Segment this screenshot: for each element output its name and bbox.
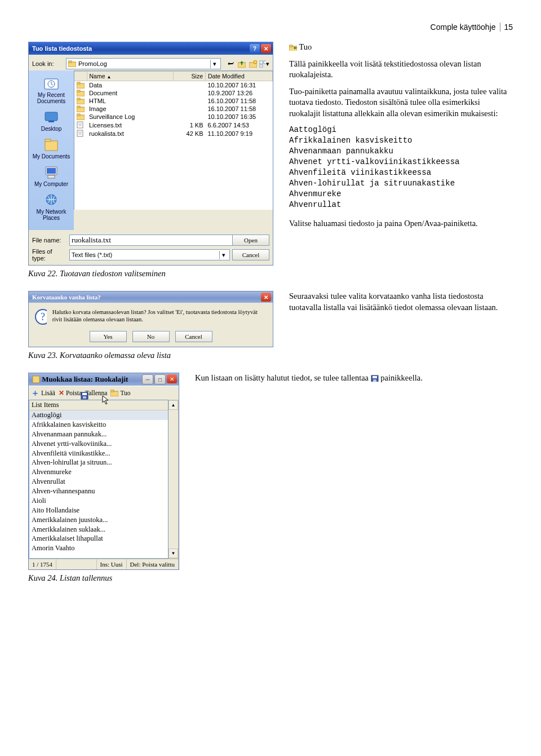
import-folder-icon xyxy=(289,44,297,51)
add-button[interactable]: ＋Lisää xyxy=(31,388,55,399)
dialog-titlebar: Tuo lista tiedostosta ? ✕ xyxy=(29,42,273,55)
save-button[interactable]: Tallenna xyxy=(85,390,107,396)
scrollbar[interactable]: ▲ ▼ xyxy=(168,400,179,559)
col-size[interactable]: Size xyxy=(174,72,206,81)
list-item[interactable]: Aattoglögi xyxy=(29,410,168,420)
file-row[interactable]: Image16.10.2007 11:58 xyxy=(74,105,273,113)
delete-button[interactable]: ✕Poista xyxy=(59,389,82,397)
list-editor-window: Muokkaa listaa: Ruokalajit ─ □ ✕ ＋Lisää … xyxy=(28,373,179,570)
help-button[interactable]: ? xyxy=(250,44,260,53)
cursor-icon xyxy=(102,395,110,405)
edit-title: Muokkaa listaa: Ruokalajit xyxy=(42,375,128,383)
list-items[interactable]: List Items AattoglögiAfrikkalainen kasvi… xyxy=(29,400,168,559)
list-item[interactable]: Ahvenfileitä viinikastikke... xyxy=(29,449,168,458)
close-button[interactable]: ✕ xyxy=(261,293,271,302)
minimize-button[interactable]: ─ xyxy=(142,374,153,384)
col-name[interactable]: Name ▲ xyxy=(87,72,174,81)
cancel-button[interactable]: Cancel xyxy=(175,331,212,342)
file-row[interactable]: Surveillance Log10.10.2007 16:35 xyxy=(74,113,273,121)
file-row[interactable]: Document10.9.2007 13:26 xyxy=(74,89,273,97)
status-bar: 1 / 1754 Ins: Uusi Del: Poista valittu xyxy=(29,559,179,569)
svg-rect-42 xyxy=(373,379,376,382)
svg-rect-7 xyxy=(260,65,263,67)
svg-rect-12 xyxy=(45,141,57,151)
figure-caption: Kuva 23. Korvataanko olemassa oleva list… xyxy=(28,351,273,360)
places-recent[interactable]: My Recent Documents xyxy=(29,76,74,104)
file-row[interactable]: ruokalista.txt42 KB11.10.2007 9:19 xyxy=(74,129,273,138)
close-button[interactable]: ✕ xyxy=(261,44,271,53)
svg-rect-37 xyxy=(83,396,86,399)
up-folder-icon[interactable] xyxy=(237,59,247,69)
list-item[interactable]: Amerikkalaiset lihapullat xyxy=(29,534,168,543)
list-item[interactable]: Aito Hollandaise xyxy=(29,506,168,515)
yes-button[interactable]: Yes xyxy=(90,331,127,342)
dialog-title: Tuo lista tiedostosta xyxy=(32,45,92,52)
list-item[interactable]: Afrikkalainen kasviskeitto xyxy=(29,420,168,430)
list-item[interactable]: Amerikkalainen suklaak... xyxy=(29,525,168,534)
figure-caption: Kuva 24. Listan tallennus xyxy=(28,573,179,583)
scroll-up-icon[interactable]: ▲ xyxy=(168,400,178,410)
scroll-down-icon[interactable]: ▼ xyxy=(168,549,178,558)
list-item[interactable]: Ahvenmureke xyxy=(29,467,168,477)
cancel-button[interactable]: Cancel xyxy=(232,249,269,260)
confirm-text: Halutko korvata olemassaolevan listan? J… xyxy=(52,308,267,323)
svg-rect-1 xyxy=(68,61,72,63)
svg-rect-41 xyxy=(373,376,377,378)
import-folder-icon xyxy=(110,390,118,396)
filetype-combo[interactable]: Text files (*.txt)▾ xyxy=(69,249,230,260)
para: Seuraavaksi tulee valita korvataanko van… xyxy=(289,291,513,313)
back-icon[interactable]: ⮨ xyxy=(225,59,236,69)
list-item[interactable]: Ahvenanmaan pannukak... xyxy=(29,430,168,439)
list-item[interactable]: Ahven-lohirullat ja sitruun... xyxy=(29,458,168,467)
confirm-title: Korvataanko vanha lista? xyxy=(32,294,101,300)
no-button[interactable]: No xyxy=(132,331,170,342)
status-del: Del: Poista valittu xyxy=(127,559,179,569)
file-list[interactable]: Name ▲ Size Date Modified Data10.10.2007… xyxy=(74,70,273,210)
lookin-label: Look in: xyxy=(32,60,64,67)
places-network[interactable]: My Network Places xyxy=(29,193,74,221)
page-header: Comple käyttöohje 15 xyxy=(28,23,513,32)
open-button[interactable]: Open xyxy=(232,235,269,246)
svg-rect-13 xyxy=(45,139,51,142)
svg-rect-36 xyxy=(82,393,87,395)
svg-rect-31 xyxy=(289,45,292,47)
list-item[interactable]: Ahvenrullat xyxy=(29,477,168,487)
list-item[interactable]: Ahven-vihannespannu xyxy=(29,487,168,496)
filename-input[interactable] xyxy=(69,235,234,246)
col-date[interactable]: Date Modified xyxy=(206,72,273,81)
save-icon xyxy=(81,392,88,400)
status-ins: Ins: Uusi xyxy=(97,559,127,569)
file-row[interactable]: Data10.10.2007 16:31 xyxy=(74,81,273,90)
file-row[interactable]: HTML16.10.2007 11:58 xyxy=(74,97,273,105)
list-item[interactable]: Amerikkalainen juustoka... xyxy=(29,515,168,525)
import-button[interactable]: Tuo xyxy=(110,390,130,396)
list-item[interactable]: Ahvenet yrtti-valkoviinika... xyxy=(29,439,168,449)
places-mydocs[interactable]: My Documents xyxy=(29,138,74,160)
places-desktop[interactable]: Desktop xyxy=(29,110,74,132)
section-heading: Tuo xyxy=(299,42,312,51)
para: Kun listaan on lisätty halutut tiedot, s… xyxy=(195,373,513,384)
filetype-label: Files of type: xyxy=(32,248,67,262)
maximize-button[interactable]: □ xyxy=(154,374,166,384)
lookin-value: PromoLog xyxy=(78,60,107,67)
confirm-dialog: Korvataanko vanha lista? ✕ ? Halutko kor… xyxy=(28,291,273,347)
places-mycomputer[interactable]: My Computer xyxy=(29,165,74,187)
svg-rect-21 xyxy=(77,90,80,92)
close-button[interactable]: ✕ xyxy=(167,374,177,383)
list-item[interactable]: Aioli xyxy=(29,496,168,506)
lookin-combo[interactable]: PromoLog ▾ xyxy=(66,58,221,69)
save-icon xyxy=(371,375,379,382)
chevron-down-icon: ▾ xyxy=(210,60,219,68)
views-icon[interactable]: ▾ xyxy=(259,59,269,69)
places-bar: My Recent Documents Desktop My Documents… xyxy=(29,70,74,230)
svg-rect-16 xyxy=(48,175,55,178)
svg-rect-27 xyxy=(77,114,80,116)
svg-rect-25 xyxy=(77,106,80,108)
svg-rect-39 xyxy=(110,390,114,392)
status-count: 1 / 1754 xyxy=(29,559,56,569)
example-list: Aattoglögi Afrikkalainen kasviskeitto Ah… xyxy=(289,125,513,210)
list-item[interactable]: Amorin Vaahto xyxy=(29,543,168,553)
file-row[interactable]: Licenses.txt1 KB6.6.2007 14:53 xyxy=(74,121,273,129)
new-folder-icon[interactable] xyxy=(248,59,258,69)
svg-rect-11 xyxy=(48,121,54,122)
